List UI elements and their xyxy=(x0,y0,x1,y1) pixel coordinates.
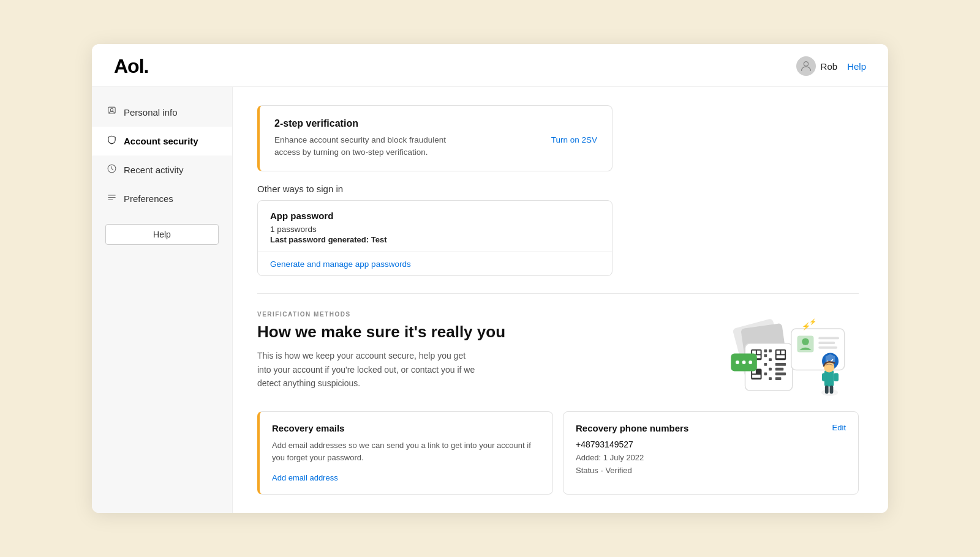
svg-rect-15 xyxy=(777,351,780,354)
sidebar-item-preferences[interactable]: Preferences xyxy=(92,184,232,213)
phone-number: +48793149527 xyxy=(576,439,688,449)
shield-icon xyxy=(105,135,118,148)
svg-point-2 xyxy=(110,108,113,111)
svg-rect-29 xyxy=(775,363,786,366)
sidebar-item-recent-activity[interactable]: Recent activity xyxy=(92,155,232,184)
person-icon xyxy=(105,106,118,119)
sidebar-label-preferences: Preferences xyxy=(124,193,173,204)
app-password-card: App password 1 passwords Last password g… xyxy=(257,200,612,276)
svg-point-41 xyxy=(736,361,739,364)
recovery-grid: Recovery emails Add email addresses so w… xyxy=(257,411,859,495)
svg-rect-51 xyxy=(830,386,834,394)
two-step-description: Enhance account security and block fraud… xyxy=(274,134,470,159)
sidebar-label-personal-info: Personal info xyxy=(124,107,178,118)
sidebar-help-container: Help xyxy=(92,224,232,245)
svg-rect-16 xyxy=(781,351,785,354)
verify-illustration: ⚡ ⚡ xyxy=(718,311,859,397)
header-help-link[interactable]: Help xyxy=(847,61,866,72)
svg-rect-23 xyxy=(764,354,767,357)
svg-point-43 xyxy=(748,361,752,364)
svg-rect-50 xyxy=(825,386,829,394)
phone-added: Added: 1 July 2022 Status - Verified xyxy=(576,452,688,477)
svg-point-35 xyxy=(802,338,809,346)
svg-rect-17 xyxy=(777,356,785,359)
two-step-title: 2-step verification xyxy=(274,118,597,129)
main-content: 2-step verification Enhance account secu… xyxy=(233,87,888,514)
user-info: Rob xyxy=(796,56,838,76)
recovery-emails-title: Recovery emails xyxy=(272,423,540,433)
header-right: Rob Help xyxy=(796,56,866,76)
svg-rect-24 xyxy=(769,358,772,361)
verify-tag: VERIFICATION METHODS xyxy=(257,311,693,318)
svg-point-46 xyxy=(821,389,838,397)
svg-rect-48 xyxy=(822,373,827,382)
svg-rect-38 xyxy=(818,346,837,349)
add-email-link[interactable]: Add email address xyxy=(272,473,338,482)
svg-rect-30 xyxy=(775,368,784,371)
verification-section: VERIFICATION METHODS How we make sure it… xyxy=(257,311,859,397)
sidebar-label-recent-activity: Recent activity xyxy=(124,165,184,175)
clock-icon xyxy=(105,163,118,176)
svg-rect-27 xyxy=(764,373,767,376)
sidebar-help-button[interactable]: Help xyxy=(105,224,219,245)
section-divider xyxy=(257,293,859,294)
svg-rect-12 xyxy=(757,351,761,354)
svg-rect-36 xyxy=(818,337,839,340)
app-password-title: App password xyxy=(270,211,600,221)
two-step-card: 2-step verification Enhance account secu… xyxy=(257,105,612,172)
avatar xyxy=(796,56,816,76)
list-icon xyxy=(105,192,118,205)
recovery-emails-description: Add email addresses so we can send you a… xyxy=(272,439,540,463)
svg-rect-22 xyxy=(769,350,772,353)
svg-point-0 xyxy=(804,62,808,66)
turn-on-2sv-link[interactable]: Turn on 2SV xyxy=(551,135,597,144)
last-generated-label: Last password generated: xyxy=(270,235,369,244)
edit-phone-link[interactable]: Edit xyxy=(832,423,846,432)
svg-point-42 xyxy=(742,361,746,364)
svg-rect-37 xyxy=(818,342,835,344)
verify-text: VERIFICATION METHODS How we make sure it… xyxy=(257,311,693,390)
last-generated-value: Test xyxy=(371,235,387,244)
app-password-last: Last password generated: Test xyxy=(270,235,600,244)
svg-rect-25 xyxy=(764,363,767,366)
svg-rect-49 xyxy=(834,373,839,382)
svg-text:⚡: ⚡ xyxy=(809,318,817,326)
username-label: Rob xyxy=(821,61,838,72)
other-ways-label: Other ways to sign in xyxy=(257,184,859,194)
svg-rect-21 xyxy=(764,350,767,353)
aol-logo: Aol. xyxy=(114,55,148,78)
app-body: Personal info Account security Recent xyxy=(92,87,888,514)
svg-rect-32 xyxy=(775,377,782,380)
sidebar-item-personal-info[interactable]: Personal info xyxy=(92,98,232,127)
verify-heading: How we make sure it's really you xyxy=(257,323,693,342)
svg-rect-26 xyxy=(769,368,772,371)
recovery-phone-card: Recovery phone numbers +48793149527 Adde… xyxy=(563,411,859,495)
app-password-count: 1 passwords xyxy=(270,225,600,234)
recovery-phone-title: Recovery phone numbers xyxy=(576,423,688,433)
verify-description: This is how we keep your account secure,… xyxy=(257,349,478,390)
recovery-emails-card: Recovery emails Add email addresses so w… xyxy=(257,411,553,495)
svg-rect-31 xyxy=(775,373,786,376)
sidebar: Personal info Account security Recent xyxy=(92,87,233,514)
sidebar-label-account-security: Account security xyxy=(124,136,198,146)
generate-manage-link[interactable]: Generate and manage app passwords xyxy=(270,260,411,269)
svg-rect-28 xyxy=(769,377,772,380)
svg-rect-20 xyxy=(752,375,761,378)
app-header: Aol. Rob Help xyxy=(92,44,888,87)
sidebar-item-account-security[interactable]: Account security xyxy=(92,127,232,155)
